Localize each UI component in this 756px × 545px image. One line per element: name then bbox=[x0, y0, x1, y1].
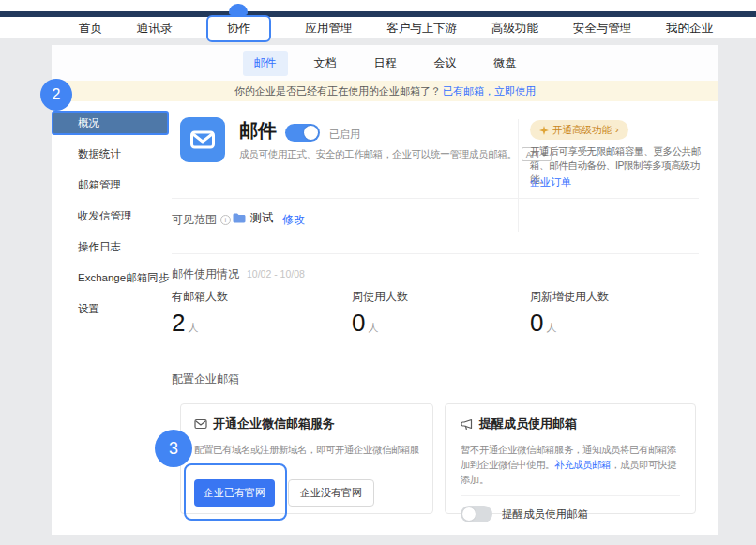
supplement-mailbox-link[interactable]: 补充成员邮箱 bbox=[554, 459, 611, 470]
sidebar: 概况 数据统计 邮箱管理 收发信管理 操作日志 Exchange邮箱同步 设置 bbox=[52, 111, 169, 327]
nav-collaboration[interactable]: 协作 bbox=[206, 15, 271, 42]
nav-advanced-features[interactable]: 高级功能 bbox=[491, 21, 538, 37]
page: 首页 通讯录 协作 应用管理 客户与上下游 高级功能 安全与管理 我的企业 邮件… bbox=[0, 0, 756, 545]
folder-icon bbox=[233, 213, 246, 223]
toggle-status-label: 已启用 bbox=[329, 128, 360, 142]
stat-weekly-new-users: 周新增使用人数 0 人 bbox=[530, 289, 609, 338]
module-tabs: 邮件 文档 日程 会议 微盘 bbox=[52, 45, 718, 81]
remind-toggle-label: 提醒成员使用邮箱 bbox=[502, 507, 588, 522]
sidebar-item-settings[interactable]: 设置 bbox=[52, 296, 169, 321]
toggle-knob bbox=[462, 507, 476, 521]
tab-mail[interactable]: 邮件 bbox=[243, 51, 288, 76]
stat-value: 0 bbox=[352, 309, 365, 338]
chevron-right-icon: › bbox=[615, 125, 619, 135]
sidebar-item-send-receive-management[interactable]: 收发信管理 bbox=[52, 204, 169, 228]
nav-app-management[interactable]: 应用管理 bbox=[306, 21, 353, 37]
vertical-divider bbox=[518, 119, 519, 232]
visibility-scope: 测试 bbox=[233, 210, 273, 226]
premium-badge-label: 开通高级功能 bbox=[552, 124, 612, 137]
sidebar-item-operation-log[interactable]: 操作日志 bbox=[52, 235, 169, 259]
premium-upgrade-button[interactable]: 开通高级功能 › bbox=[530, 120, 628, 140]
visibility-scope-name: 测试 bbox=[250, 210, 273, 226]
nav-contacts[interactable]: 通讯录 bbox=[137, 21, 173, 37]
sparkle-icon bbox=[539, 126, 549, 135]
stat-unit: 人 bbox=[546, 321, 556, 335]
mail-service-card: 开通企业微信邮箱服务 配置已有域名或注册新域名，即可开通企业微信邮箱服务。 企业… bbox=[180, 403, 433, 514]
remind-card-header: 提醒成员使用邮箱 bbox=[461, 416, 680, 432]
envelope-outline-icon bbox=[194, 418, 207, 430]
divider bbox=[172, 253, 699, 254]
remind-members-card: 提醒成员使用邮箱 暂不开通企业微信邮箱服务，通知成员将已有邮箱添加到企业微信中使… bbox=[445, 403, 696, 514]
app-description: 成员可使用正式、安全的工作邮箱，企业可以统一管理成员邮箱。 API bbox=[239, 147, 552, 161]
mail-service-buttons: 企业已有官网 企业没有官网 bbox=[194, 479, 419, 507]
info-icon[interactable] bbox=[220, 215, 231, 225]
toggle-knob bbox=[304, 126, 318, 140]
stat-label: 周使用人数 bbox=[352, 289, 408, 305]
tab-docs[interactable]: 文档 bbox=[303, 51, 348, 76]
visibility-label-text: 可见范围 bbox=[172, 212, 217, 228]
nav-my-enterprise[interactable]: 我的企业 bbox=[666, 21, 713, 37]
annotation-step2-badge: 2 bbox=[40, 79, 72, 111]
sidebar-item-overview[interactable]: 概况 bbox=[52, 111, 169, 135]
tab-meeting[interactable]: 会议 bbox=[423, 51, 468, 76]
sidebar-item-statistics[interactable]: 数据统计 bbox=[52, 142, 169, 166]
stat-value: 0 bbox=[530, 309, 543, 338]
visibility-edit-link[interactable]: 修改 bbox=[282, 212, 305, 228]
app-title: 邮件 bbox=[239, 118, 277, 144]
stat-unit: 人 bbox=[188, 321, 198, 335]
visibility-label: 可见范围 bbox=[172, 212, 231, 228]
mail-service-card-header: 开通企业微信邮箱服务 bbox=[194, 416, 419, 432]
remind-members-toggle[interactable] bbox=[461, 506, 492, 522]
divider bbox=[172, 198, 699, 199]
annotation-step3-badge: 3 bbox=[155, 430, 192, 467]
mail-service-card-title: 开通企业微信邮箱服务 bbox=[213, 416, 335, 432]
envelope-icon bbox=[180, 117, 225, 162]
annotation-step1-marker bbox=[229, 4, 248, 15]
nav-collaboration-label: 协作 bbox=[227, 22, 250, 35]
admin-panel-card: 邮件 文档 日程 会议 微盘 你的企业是否已经有正在使用的企业邮箱了？ 已有邮箱… bbox=[52, 45, 718, 535]
banner-question: 你的企业是否已经有正在使用的企业邮箱了？ bbox=[234, 84, 441, 98]
sidebar-item-exchange-sync[interactable]: Exchange邮箱同步 bbox=[52, 265, 169, 290]
usage-title: 邮件使用情况 bbox=[172, 266, 239, 282]
stat-value: 2 bbox=[172, 309, 185, 338]
nav-customers-upstream-downstream[interactable]: 客户与上下游 bbox=[386, 21, 457, 37]
tab-calendar[interactable]: 日程 bbox=[363, 51, 408, 76]
no-website-button[interactable]: 企业没有官网 bbox=[288, 479, 374, 507]
remind-toggle-row: 提醒成员使用邮箱 bbox=[461, 506, 680, 522]
stat-mailbox-members: 有邮箱人数 2 人 bbox=[172, 289, 228, 338]
mail-service-card-description: 配置已有域名或注册新域名，即可开通企业微信邮箱服务。 bbox=[194, 442, 419, 457]
banner-use-existing-link[interactable]: 已有邮箱，立即使用 bbox=[443, 84, 536, 98]
megaphone-icon bbox=[461, 418, 474, 431]
has-website-button[interactable]: 企业已有官网 bbox=[194, 479, 275, 507]
usage-date-range: 10/02 - 10/08 bbox=[247, 268, 305, 280]
remind-card-title: 提醒成员使用邮箱 bbox=[479, 416, 577, 432]
tab-drive[interactable]: 微盘 bbox=[483, 51, 528, 76]
divider bbox=[461, 495, 680, 496]
mail-enabled-toggle[interactable] bbox=[285, 124, 320, 142]
remind-card-description: 暂不开通企业微信邮箱服务，通知成员将已有邮箱添加到企业微信中使用。补充成员邮箱，… bbox=[461, 442, 680, 487]
nav-home[interactable]: 首页 bbox=[79, 21, 102, 37]
top-nav: 首页 通讯录 协作 应用管理 客户与上下游 高级功能 安全与管理 我的企业 bbox=[0, 17, 756, 39]
stat-label: 有邮箱人数 bbox=[172, 289, 228, 305]
mail-app-icon bbox=[180, 117, 225, 162]
stat-weekly-users: 周使用人数 0 人 bbox=[352, 289, 408, 338]
window-top-strip bbox=[0, 0, 756, 11]
nav-security-management[interactable]: 安全与管理 bbox=[573, 21, 632, 37]
app-description-text: 成员可使用正式、安全的工作邮箱，企业可以统一管理成员邮箱。 bbox=[239, 148, 517, 161]
notice-banner: 你的企业是否已经有正在使用的企业邮箱了？ 已有邮箱，立即使用 bbox=[52, 81, 718, 101]
usage-section-header: 邮件使用情况 10/02 - 10/08 bbox=[172, 266, 305, 282]
sidebar-item-mailbox-management[interactable]: 邮箱管理 bbox=[52, 173, 169, 197]
configure-section-title: 配置企业邮箱 bbox=[172, 371, 239, 387]
stat-unit: 人 bbox=[368, 321, 378, 335]
enterprise-order-link[interactable]: 企业订单 bbox=[530, 175, 571, 189]
stat-label: 周新增使用人数 bbox=[530, 289, 609, 305]
